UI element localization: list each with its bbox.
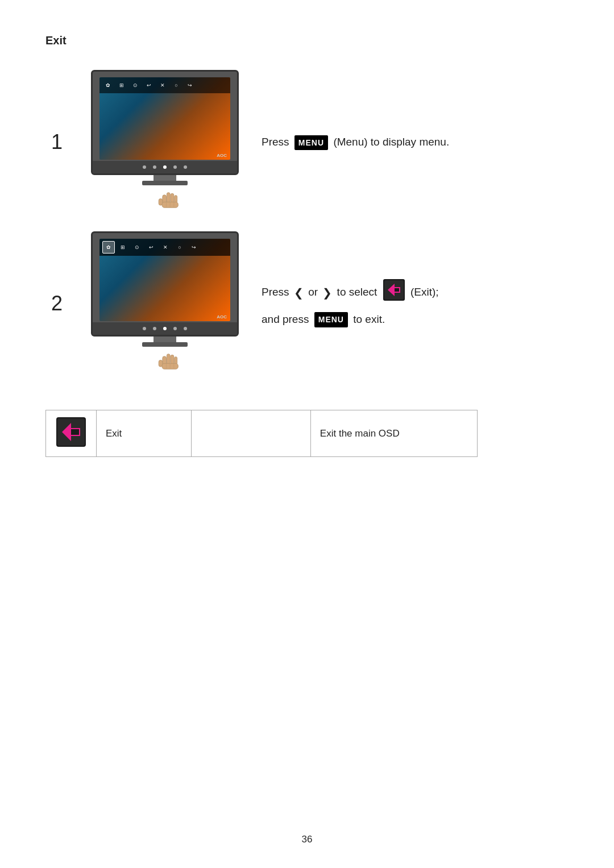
monitor-frame-1: ✿ ⊞ ⊙ ↩ ✕ ○ ↪ AOC — [91, 70, 239, 175]
osd-s-item-3: ⊙ — [131, 241, 143, 254]
step-2-and-press: and press — [262, 313, 309, 325]
step-1-image: ✿ ⊞ ⊙ ↩ ✕ ○ ↪ AOC — [91, 70, 239, 214]
monitor-stand-2 — [154, 337, 176, 342]
svg-rect-1 — [167, 193, 170, 203]
osd-selected-bar: ✿ ⊞ ⊙ ↩ ✕ ○ ↪ — [99, 239, 230, 256]
dot-1 — [143, 165, 146, 169]
step-2-or: or — [308, 286, 318, 298]
table-exit-icon — [56, 417, 86, 447]
step-2-number: 2 — [45, 292, 68, 315]
osd-s-item-1: ✿ — [102, 241, 115, 254]
step-2-press: Press — [262, 286, 289, 298]
monitor-brand-2: AOC — [217, 314, 227, 319]
osd-s-item-6: ○ — [173, 241, 186, 254]
table-empty-cell — [192, 410, 310, 457]
osd-s-item-4: ↩ — [145, 241, 157, 254]
step-2-desc: Press ❮ or ❯ to select — [262, 279, 569, 328]
osd-s-item-5: ✕ — [159, 241, 172, 254]
steps-area: 1 ✿ ⊞ ⊙ ↩ ✕ ○ ↪ — [45, 70, 569, 376]
osd-s-item-7: ↪ — [188, 241, 200, 254]
svg-rect-2 — [171, 193, 174, 203]
monitor-base-2 — [142, 342, 188, 347]
svg-rect-25 — [71, 429, 79, 435]
monitor-screen-1: ✿ ⊞ ⊙ ↩ ✕ ○ ↪ AOC — [99, 77, 230, 160]
table-desc-cell: Exit the main OSD — [310, 410, 477, 457]
hand-icon-1 — [151, 183, 179, 214]
step-2-row: 2 ✿ ⊞ ⊙ ↩ ✕ ○ ↪ — [45, 231, 569, 376]
dot-b2 — [153, 327, 156, 330]
page-number: 36 — [302, 834, 313, 845]
osd-item-4: ↩ — [143, 79, 155, 92]
monitor-1: ✿ ⊞ ⊙ ↩ ✕ ○ ↪ AOC — [91, 70, 239, 181]
svg-rect-21 — [395, 288, 399, 292]
monitor-bar-1 — [93, 161, 237, 173]
monitor-brand-1: AOC — [217, 153, 227, 158]
step-2-exit-label: (Exit); — [410, 286, 439, 298]
dot-2 — [153, 165, 156, 169]
monitor-screen-2: ✿ ⊞ ⊙ ↩ ✕ ○ ↪ AOC — [99, 239, 230, 321]
dot-b1 — [143, 327, 146, 330]
table-label-cell: Exit — [96, 410, 192, 457]
dot-b5 — [184, 327, 187, 330]
dot-5 — [184, 165, 187, 169]
monitor-frame-2: ✿ ⊞ ⊙ ↩ ✕ ○ ↪ AOC — [91, 231, 239, 337]
step-1-desc-suffix: (Menu) to display menu. — [333, 136, 449, 148]
arrow-right-icon: ❯ — [322, 284, 332, 302]
dot-4 — [173, 165, 177, 169]
monitor-2: ✿ ⊞ ⊙ ↩ ✕ ○ ↪ AOC — [91, 231, 239, 342]
step-1-press: Press — [262, 136, 289, 148]
table-row: Exit Exit the main OSD — [46, 410, 478, 457]
step-2-image: ✿ ⊞ ⊙ ↩ ✕ ○ ↪ AOC — [91, 231, 239, 376]
osd-item-5: ✕ — [156, 79, 169, 92]
step-2-line2: and press MENU to exit. — [262, 311, 569, 328]
hand-icon-2 — [151, 344, 179, 376]
step-1-menu-badge: MENU — [294, 135, 328, 150]
step-1-number: 1 — [45, 130, 68, 154]
arrow-left-icon: ❮ — [294, 284, 304, 302]
dot-3 — [163, 165, 167, 169]
table-description: Exit the main OSD — [320, 428, 400, 439]
monitor-base-1 — [142, 181, 188, 185]
osd-item-3: ⊙ — [129, 79, 142, 92]
osd-s-item-2: ⊞ — [117, 241, 129, 254]
step-2-to-select: to select — [337, 286, 377, 298]
step-2-to-exit: to exit. — [353, 313, 385, 325]
hand-svg-2 — [151, 344, 179, 373]
osd-item-1: ✿ — [102, 79, 114, 92]
osd-item-2: ⊞ — [115, 79, 128, 92]
dot-b3 — [163, 327, 167, 330]
exit-icon-svg — [383, 279, 405, 301]
step-1-desc: Press MENU (Menu) to display menu. — [262, 134, 569, 151]
step-2-menu-badge: MENU — [314, 312, 348, 327]
hand-svg-1 — [151, 183, 179, 211]
svg-rect-10 — [167, 354, 170, 364]
reference-table: Exit Exit the main OSD — [45, 410, 478, 457]
osd-item-6: ○ — [170, 79, 182, 92]
page-title: Exit — [45, 34, 569, 47]
table-exit-label: Exit — [106, 428, 122, 439]
dot-b4 — [173, 327, 177, 330]
table-icon-cell — [46, 410, 97, 457]
exit-icon-inline — [383, 279, 405, 306]
osd-menu-bar-1: ✿ ⊞ ⊙ ↩ ✕ ○ ↪ — [99, 77, 230, 93]
page-content: Exit 1 ✿ ⊞ ⊙ ↩ ✕ — [0, 0, 614, 491]
monitor-stand-1 — [154, 175, 176, 181]
step-2-line1: Press ❮ or ❯ to select — [262, 279, 569, 306]
svg-rect-11 — [171, 355, 174, 364]
step-1-row: 1 ✿ ⊞ ⊙ ↩ ✕ ○ ↪ — [45, 70, 569, 214]
monitor-bar-2 — [93, 322, 237, 335]
osd-item-7: ↪ — [184, 79, 196, 92]
